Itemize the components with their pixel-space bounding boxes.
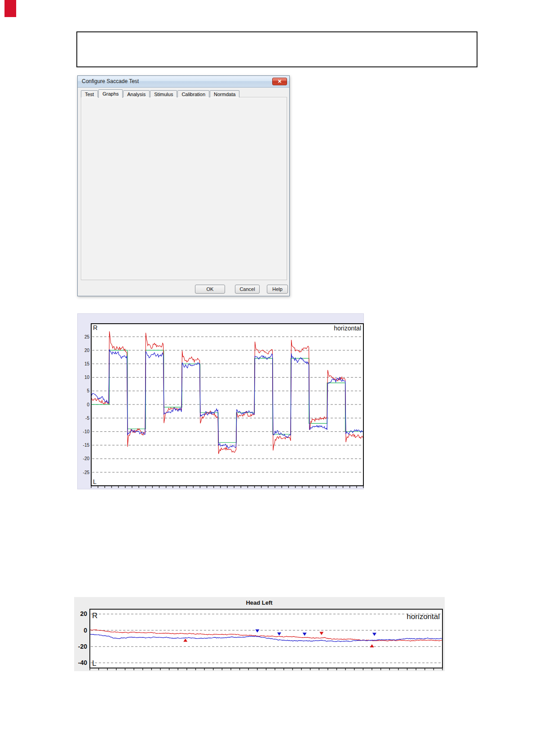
horizontal-axis-label: horizontal <box>407 612 440 621</box>
tab-stimulus[interactable]: Stimulus <box>150 90 177 97</box>
y-tick-label: -10 <box>83 429 90 434</box>
page-corner-red-mark <box>4 0 16 17</box>
y-tick-label: 15 <box>84 361 90 366</box>
horizontal-axis-label: horizontal <box>334 325 361 332</box>
y-tick-label: 5 <box>87 388 89 393</box>
right-eye-direction-label: R <box>93 324 97 331</box>
close-icon[interactable]: ✕ <box>272 78 287 85</box>
y-tick-label: 0 <box>84 627 87 634</box>
tab-calibration[interactable]: Calibration <box>177 90 209 97</box>
y-tick-label: -5 <box>85 416 89 421</box>
graphs-tab-page <box>81 97 287 280</box>
help-button[interactable]: Help <box>267 285 288 294</box>
saccade-chart-svg: 2520151050-5-10-15-20-25RLhorizontal <box>78 314 364 490</box>
dialog-titlebar[interactable]: Configure Saccade Test ✕ <box>78 76 289 88</box>
configure-saccade-test-dialog: Configure Saccade Test ✕ TestGraphsAnaly… <box>77 75 290 296</box>
tab-graphs[interactable]: Graphs <box>98 89 123 98</box>
head-left-chart-svg: Head Left200-20-40RLhorizontal <box>74 597 445 671</box>
head-left-chart: Head Left200-20-40RLhorizontal <box>74 597 445 671</box>
y-tick-label: 0 <box>87 402 89 407</box>
tab-test[interactable]: Test <box>81 90 98 97</box>
y-tick-label: -15 <box>83 443 90 448</box>
empty-header-box <box>76 31 478 67</box>
y-tick-label: 20 <box>80 610 87 617</box>
tab-analysis[interactable]: Analysis <box>123 90 150 97</box>
left-eye-direction-label: L <box>93 478 97 485</box>
left-direction-label: L <box>92 659 96 668</box>
document-page: Configure Saccade Test ✕ TestGraphsAnaly… <box>0 0 535 756</box>
y-tick-label: 20 <box>84 348 90 353</box>
y-tick-label: 25 <box>84 334 90 339</box>
right-direction-label: R <box>92 611 97 620</box>
cancel-button[interactable]: Cancel <box>235 285 260 294</box>
chart-title: Head Left <box>246 599 273 606</box>
y-tick-label: 10 <box>84 375 90 380</box>
saccade-position-chart: 2520151050-5-10-15-20-25RLhorizontal <box>77 313 364 489</box>
tab-strip: TestGraphsAnalysisStimulusCalibrationNor… <box>81 89 240 97</box>
y-tick-label: -40 <box>78 659 87 666</box>
y-tick-label: -20 <box>78 643 87 650</box>
y-tick-label: -25 <box>83 470 90 475</box>
ok-button[interactable]: OK <box>195 285 225 294</box>
dialog-title: Configure Saccade Test <box>82 76 139 87</box>
tab-normdata[interactable]: Normdata <box>210 90 239 97</box>
y-tick-label: -20 <box>83 456 90 461</box>
